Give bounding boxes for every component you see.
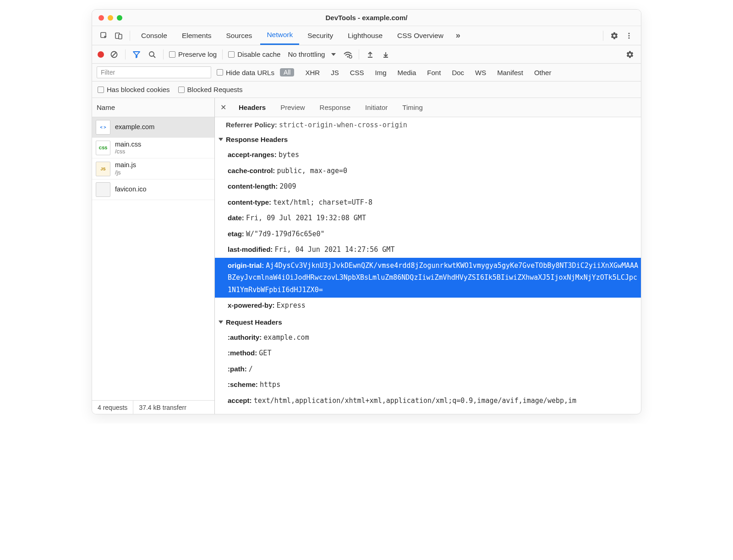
filter-input[interactable] [97, 66, 211, 78]
checkbox-box-icon [217, 69, 223, 76]
request-list-sidebar: Name < >example.comCSSmain.css/cssJSmain… [92, 98, 215, 414]
settings-gear-icon[interactable] [608, 29, 621, 42]
device-toolbar-icon[interactable] [112, 29, 125, 42]
header-row[interactable]: :authority: example.com [215, 330, 641, 346]
request-row[interactable]: < >example.com [92, 117, 214, 138]
minimize-window-icon[interactable] [108, 15, 113, 21]
header-value: text/html; charset=UTF-8 [273, 198, 372, 207]
checkbox-box-icon [98, 87, 104, 93]
header-value: Fri, 09 Jul 2021 19:32:08 GMT [246, 214, 366, 222]
header-row[interactable]: :scheme: https [215, 377, 641, 393]
window-title: DevTools - example.com/ [92, 14, 641, 22]
tab-security[interactable]: Security [301, 26, 339, 45]
detail-tab-timing[interactable]: Timing [395, 98, 430, 117]
header-row[interactable]: content-type: text/html; charset=UTF-8 [215, 195, 641, 211]
network-settings-gear-icon[interactable] [624, 49, 635, 60]
clear-icon[interactable] [109, 49, 120, 60]
filter-type-other[interactable]: Other [534, 69, 552, 76]
header-row[interactable]: cache-control: public, max-age=0 [215, 163, 641, 179]
header-key: x-powered-by: [228, 301, 277, 309]
upload-har-icon[interactable] [365, 49, 376, 60]
header-row[interactable]: :path: / [215, 361, 641, 377]
filter-type-img[interactable]: Img [375, 69, 386, 76]
blocked-requests-checkbox[interactable]: Blocked Requests [178, 86, 243, 93]
filter-type-media[interactable]: Media [398, 69, 416, 76]
filter-type-js[interactable]: JS [331, 69, 339, 76]
hide-data-urls-checkbox[interactable]: Hide data URLs [217, 69, 274, 76]
svg-point-8 [149, 52, 154, 56]
download-har-icon[interactable] [380, 49, 391, 60]
request-row[interactable]: favicon.ico [92, 179, 214, 200]
search-icon[interactable] [147, 49, 158, 60]
header-key: etag: [228, 230, 246, 238]
close-details-button[interactable]: ✕ [215, 103, 231, 112]
header-key: origin-trial: [228, 261, 266, 269]
has-blocked-cookies-checkbox[interactable]: Has blocked cookies [98, 86, 170, 93]
kebab-menu-icon[interactable] [623, 29, 635, 42]
request-row[interactable]: CSSmain.css/css [92, 138, 214, 158]
file-type-html-icon: < > [96, 120, 110, 135]
header-key: :scheme: [228, 381, 260, 388]
header-row[interactable]: origin-trial: Aj4DysCv3VjknU3jJvkDEwnQZK… [215, 258, 641, 298]
detail-tabbar: ✕ HeadersPreviewResponseInitiatorTiming [215, 98, 641, 117]
more-tabs-button[interactable]: » [452, 29, 465, 42]
filter-type-all[interactable]: All [280, 68, 295, 76]
header-value: text/html,application/xhtml+xml,applicat… [254, 397, 576, 405]
throttling-select[interactable]: No throttling [288, 50, 336, 58]
header-value: bytes [279, 151, 299, 159]
file-type-js-icon: JS [96, 162, 110, 176]
filter-type-ws[interactable]: WS [475, 69, 486, 76]
header-row[interactable]: etag: W/"7d9-179d76c65e0" [215, 226, 641, 242]
network-conditions-icon[interactable] [342, 49, 353, 60]
header-row[interactable]: accept: text/html,application/xhtml+xml,… [215, 393, 641, 409]
preserve-log-checkbox[interactable]: Preserve log [169, 50, 217, 58]
header-key: cache-control: [228, 167, 277, 174]
tab-elements[interactable]: Elements [175, 26, 218, 45]
header-row[interactable]: last-modified: Fri, 04 Jun 2021 14:27:56… [215, 242, 641, 258]
filter-bar: Hide data URLs All XHRJSCSSImgMediaFontD… [92, 64, 641, 82]
tab-network[interactable]: Network [260, 26, 299, 45]
disable-cache-checkbox[interactable]: Disable cache [228, 50, 280, 58]
divider [359, 49, 359, 60]
divider [125, 49, 126, 60]
disclosure-triangle-icon [219, 138, 223, 141]
status-transferred: 37.4 kB transferr [133, 401, 192, 414]
header-key: last-modified: [228, 245, 275, 253]
devtools-window: DevTools - example.com/ ConsoleElementsS… [92, 9, 641, 414]
tab-sources[interactable]: Sources [220, 26, 259, 45]
header-key: accept-ranges: [228, 151, 279, 158]
filter-type-manifest[interactable]: Manifest [497, 69, 523, 76]
request-row[interactable]: JSmain.js/js [92, 158, 214, 179]
detail-tab-preview[interactable]: Preview [273, 98, 312, 117]
detail-body[interactable]: Referrer Policy: strict-origin-when-cros… [215, 117, 641, 414]
file-type-css-icon: CSS [96, 141, 110, 155]
detail-tab-initiator[interactable]: Initiator [358, 98, 395, 117]
header-key: Referrer Policy: [226, 121, 277, 129]
header-row[interactable]: :method: GET [215, 345, 641, 361]
header-value: GET [259, 349, 271, 357]
inspect-element-icon[interactable] [98, 29, 110, 42]
filter-type-font[interactable]: Font [427, 69, 441, 76]
header-row[interactable]: content-length: 2009 [215, 179, 641, 195]
header-row[interactable]: date: Fri, 09 Jul 2021 19:32:08 GMT [215, 210, 641, 226]
detail-tab-response[interactable]: Response [312, 98, 358, 117]
request-headers-section[interactable]: Request Headers [215, 314, 641, 330]
detail-tab-headers[interactable]: Headers [231, 98, 273, 117]
filter-type-xhr[interactable]: XHR [305, 69, 320, 76]
header-row[interactable]: x-powered-by: Express [215, 298, 641, 314]
record-button[interactable] [98, 51, 104, 58]
request-list-header[interactable]: Name [92, 98, 214, 117]
section-title: Response Headers [226, 136, 288, 143]
header-value: / [249, 365, 253, 373]
filter-type-doc[interactable]: Doc [452, 69, 464, 76]
close-window-icon[interactable] [98, 15, 104, 21]
zoom-window-icon[interactable] [117, 15, 122, 21]
filter-icon[interactable] [131, 49, 142, 60]
header-row[interactable]: accept-ranges: bytes [215, 147, 641, 163]
response-headers-section[interactable]: Response Headers [215, 131, 641, 147]
svg-line-9 [153, 56, 155, 58]
tab-console[interactable]: Console [135, 26, 174, 45]
tab-css-overview[interactable]: CSS Overview [391, 26, 450, 45]
filter-type-css[interactable]: CSS [350, 69, 364, 76]
tab-lighthouse[interactable]: Lighthouse [341, 26, 389, 45]
